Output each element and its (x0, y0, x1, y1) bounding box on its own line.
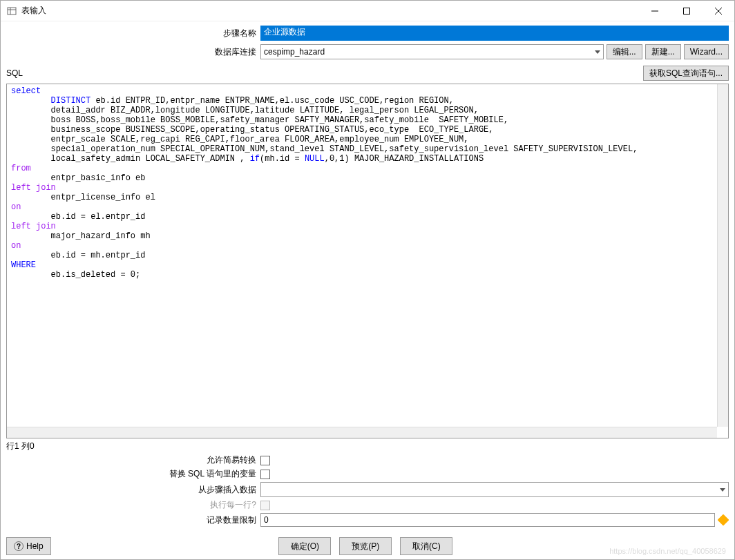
replace-vars-label: 替换 SQL 语句里的变量 (6, 468, 260, 480)
sql-header-row: SQL 获取SQL查询语句... (6, 66, 729, 81)
allow-lazy-row: 允许简易转换 (6, 454, 729, 466)
allow-lazy-label: 允许简易转换 (6, 454, 260, 466)
vertical-scrollbar[interactable] (717, 84, 728, 427)
step-name-row: 步骤名称 企业源数据 (6, 26, 729, 41)
help-button[interactable]: ? Help (6, 537, 51, 555)
insert-from-step-combo[interactable] (260, 482, 729, 497)
content-area: 步骤名称 企业源数据 数据库连接 cespimp_hazard 编辑... 新建… (1, 21, 734, 533)
replace-vars-checkbox[interactable] (260, 470, 270, 479)
insert-from-step-row: 从步骤插入数据 (6, 482, 729, 497)
replace-vars-row: 替换 SQL 语句里的变量 (6, 468, 729, 480)
step-name-input[interactable]: 企业源数据 (260, 26, 729, 41)
window-title: 表输入 (21, 5, 46, 17)
db-connection-combo[interactable]: cespimp_hazard (260, 44, 604, 59)
cancel-button[interactable]: 取消(C) (400, 537, 452, 555)
record-limit-input[interactable] (260, 513, 715, 527)
ok-button[interactable]: 确定(O) (278, 537, 331, 555)
svg-rect-0 (8, 8, 16, 15)
bottom-bar: ? Help 确定(O) 预览(P) 取消(C) (1, 533, 734, 559)
window-controls (639, 1, 734, 21)
record-limit-label: 记录数量限制 (6, 514, 260, 526)
table-input-icon (6, 6, 17, 17)
get-sql-button[interactable]: 获取SQL查询语句... (643, 66, 729, 81)
db-connection-value: cespimp_hazard (264, 47, 325, 57)
db-connection-row: 数据库连接 cespimp_hazard 编辑... 新建... Wizard.… (6, 44, 729, 59)
allow-lazy-checkbox[interactable] (260, 456, 270, 465)
maximize-button[interactable] (671, 1, 703, 21)
help-label: Help (26, 541, 44, 551)
sql-editor-wrap: select DISTINCT eb.id ENTPR_ID,entpr_nam… (6, 84, 729, 438)
horizontal-scrollbar[interactable] (7, 427, 717, 438)
exec-each-row-label: 执行每一行? (6, 499, 260, 511)
edit-connection-button[interactable]: 编辑... (607, 44, 642, 59)
preview-button[interactable]: 预览(P) (339, 537, 392, 555)
exec-each-row-row: 执行每一行? (6, 499, 729, 511)
db-connection-label: 数据库连接 (6, 46, 260, 58)
sql-editor[interactable]: select DISTINCT eb.id ENTPR_ID,entpr_nam… (7, 84, 728, 438)
db-connection-input-wrap: cespimp_hazard 编辑... 新建... Wizard... (260, 44, 729, 59)
minimize-button[interactable] (639, 1, 671, 21)
step-name-input-wrap: 企业源数据 (260, 26, 729, 41)
step-name-label: 步骤名称 (6, 28, 260, 39)
exec-each-row-checkbox (260, 501, 270, 510)
insert-from-step-label: 从步骤插入数据 (6, 484, 260, 496)
sql-label: SQL (6, 68, 643, 78)
dialog-window: 表输入 步骤名称 企业源数据 数据库连接 cespimp_haz (0, 0, 735, 560)
titlebar: 表输入 (1, 1, 734, 21)
record-limit-row: 记录数量限制 (6, 513, 729, 527)
cursor-position: 行1 列0 (6, 441, 729, 452)
new-connection-button[interactable]: 新建... (645, 44, 681, 59)
center-buttons: 确定(O) 预览(P) 取消(C) (58, 537, 674, 555)
variable-picker-icon[interactable] (718, 514, 729, 526)
close-button[interactable] (703, 1, 734, 21)
svg-rect-4 (684, 8, 690, 14)
wizard-button[interactable]: Wizard... (684, 44, 729, 59)
help-icon: ? (14, 541, 23, 551)
